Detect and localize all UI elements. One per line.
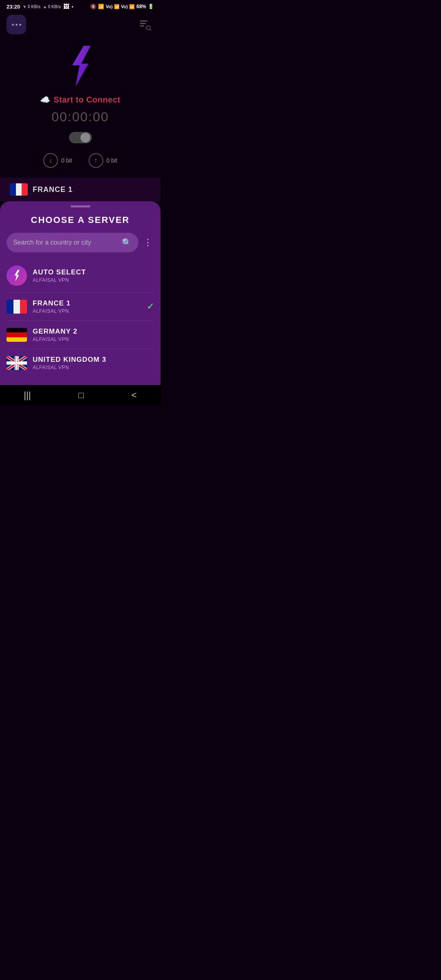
net-down: ▼ 0 KB/s	[22, 4, 40, 9]
download-stat: ↓ 0 bit	[43, 153, 72, 168]
battery-icon: 🔋	[148, 4, 154, 9]
status-bar: 23:20 ▼ 0 KB/s ▲ 0 KB/s 🖼 ● 🔇 📶 Vo) 📶 Vo…	[0, 0, 160, 11]
svg-point-3	[146, 26, 150, 30]
download-icon: ↓	[43, 153, 58, 168]
server-name-uk: UNITED KINGDOM 3	[33, 356, 154, 364]
upload-stat: ↑ 0 bit	[89, 153, 117, 168]
sheet-title: CHOOSE A SERVER	[0, 210, 160, 233]
dots-icon	[12, 24, 21, 26]
download-value: 0 bit	[61, 157, 72, 164]
server-name-auto: AUTO SELECT	[33, 268, 154, 276]
search-bar[interactable]: 🔍	[7, 233, 138, 252]
svg-rect-13	[7, 361, 27, 365]
server-name-germany: GERMANY 2	[33, 327, 154, 336]
server-info-auto: AUTO SELECT ALFAISAL VPN	[33, 268, 154, 283]
germany-flag	[7, 328, 27, 342]
auto-lightning-icon	[11, 270, 22, 281]
back-button[interactable]: <	[131, 390, 137, 401]
toggle-thumb	[80, 133, 90, 143]
dot-indicator: ●	[71, 5, 74, 9]
toggle-track[interactable]	[69, 132, 92, 143]
search-icon-btn[interactable]: 🔍	[122, 238, 132, 247]
selected-server-strip[interactable]: FRANCE 1	[0, 178, 160, 201]
server-info-uk: UNITED KINGDOM 3 ALFAISAL VPN	[33, 356, 154, 370]
server-list: AUTO SELECT ALFAISAL VPN FRANCE 1 ALFAIS…	[0, 259, 160, 377]
upload-value: 0 bit	[107, 157, 117, 164]
svg-rect-15	[7, 362, 27, 364]
nav-bar: ||| □ <	[0, 385, 160, 405]
recent-apps-button[interactable]: |||	[24, 390, 31, 401]
server-chooser-sheet: CHOOSE A SERVER 🔍 ⋮ AUTO SELECT ALFAISAL…	[0, 201, 160, 385]
selected-checkmark: ✓	[147, 301, 154, 312]
connect-button[interactable]: ☁️ Start to Connect	[40, 95, 120, 105]
svg-rect-2	[140, 25, 144, 27]
net-up: ▲ 0 KB/s	[43, 4, 61, 9]
france-flag	[7, 300, 27, 314]
uk-flag	[7, 356, 27, 370]
connection-timer: 00:00:00	[51, 109, 109, 125]
auto-select-icon	[7, 265, 27, 286]
home-button[interactable]: □	[78, 390, 84, 401]
svg-rect-0	[140, 20, 147, 22]
sheet-drag-handle	[71, 205, 90, 207]
menu-button[interactable]	[7, 15, 26, 34]
svg-line-4	[150, 29, 151, 31]
time: 23:20	[7, 4, 20, 10]
server-sub-uk: ALFAISAL VPN	[33, 365, 154, 370]
gallery-icon: 🖼	[63, 3, 69, 10]
svg-rect-14	[16, 356, 18, 370]
cloud-error-icon: ☁️	[40, 95, 50, 105]
server-info-germany: GERMANY 2 ALFAISAL VPN	[33, 327, 154, 342]
server-sub-france: ALFAISAL VPN	[33, 308, 141, 314]
svg-marker-6	[14, 270, 20, 281]
svg-rect-1	[140, 23, 146, 24]
selected-server-name: FRANCE 1	[33, 185, 73, 194]
status-left: 23:20 ▼ 0 KB/s ▲ 0 KB/s 🖼 ●	[7, 3, 74, 10]
mute-icon: 🔇	[90, 4, 96, 9]
uk-flag-svg	[7, 356, 27, 370]
lightning-icon	[62, 46, 99, 87]
server-sub-auto: ALFAISAL VPN	[33, 277, 154, 283]
log-search-button[interactable]	[136, 16, 154, 33]
signal-icon: Vo) 📶 Vo) 📶	[106, 4, 135, 9]
lightning-container	[56, 42, 105, 91]
log-search-icon	[138, 18, 151, 31]
wifi-icon: 📶	[98, 4, 104, 9]
vpn-toggle[interactable]	[69, 132, 92, 143]
server-sub-germany: ALFAISAL VPN	[33, 336, 154, 342]
selected-flag	[10, 183, 28, 196]
status-right: 🔇 📶 Vo) 📶 Vo) 📶 68% 🔋	[90, 4, 154, 9]
server-item-auto[interactable]: AUTO SELECT ALFAISAL VPN	[7, 259, 154, 293]
search-row: 🔍 ⋮	[0, 233, 160, 259]
server-info-france: FRANCE 1 ALFAISAL VPN	[33, 299, 141, 314]
more-options-button[interactable]: ⋮	[142, 236, 154, 249]
battery: 68%	[136, 4, 146, 9]
main-content: ☁️ Start to Connect 00:00:00 ↓ 0 bit ↑ 0…	[0, 38, 160, 201]
top-nav	[0, 11, 160, 38]
server-item-germany[interactable]: GERMANY 2 ALFAISAL VPN	[7, 321, 154, 349]
server-item-uk[interactable]: UNITED KINGDOM 3 ALFAISAL VPN	[7, 349, 154, 377]
upload-icon: ↑	[89, 153, 103, 168]
sheet-handle-area	[0, 201, 160, 210]
connect-label: Start to Connect	[53, 95, 120, 105]
svg-marker-5	[72, 46, 91, 87]
stats-row: ↓ 0 bit ↑ 0 bit	[43, 153, 117, 168]
server-name-france: FRANCE 1	[33, 299, 141, 307]
server-item-france[interactable]: FRANCE 1 ALFAISAL VPN ✓	[7, 293, 154, 321]
svg-rect-12	[15, 356, 19, 370]
search-input[interactable]	[13, 239, 118, 246]
